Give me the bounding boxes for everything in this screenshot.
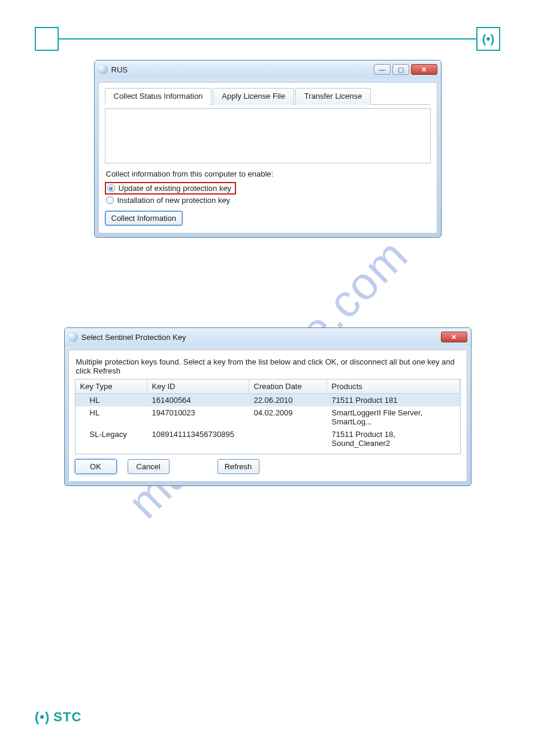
radio-update-existing[interactable]: [107, 184, 115, 192]
select-title: Select Sentinel Protection Key: [81, 333, 439, 342]
select-client-area: Multiple protection keys found. Select a…: [68, 350, 467, 482]
col-creation-date[interactable]: Creation Date: [249, 379, 327, 393]
radio-install-new-label: Installation of new protection key: [117, 196, 231, 205]
table-row[interactable]: HL 161400564 22.06.2010 71511 Product 18…: [75, 394, 460, 406]
cell-products: 71511 Product 18, Sound_Cleaner2: [327, 428, 460, 450]
page-header: (•): [0, 0, 535, 54]
header-logo-icon: (•): [476, 27, 500, 51]
highlighted-option: Update of existing protection key: [105, 182, 237, 195]
close-button[interactable]: ✕: [411, 64, 437, 75]
refresh-button[interactable]: Refresh: [217, 459, 259, 474]
rus-client-area: Collect Status Information Apply License…: [98, 82, 437, 233]
app-icon: [68, 332, 78, 342]
cell-key-id: 161400564: [147, 394, 249, 406]
cancel-button[interactable]: Cancel: [128, 459, 170, 474]
cell-creation-date: 22.06.2010: [249, 394, 327, 406]
cell-key-type: HL: [75, 406, 147, 428]
table-row[interactable]: SL-Legacy 1089141113456730895 71511 Prod…: [75, 428, 460, 450]
cell-products: 71511 Product 181: [327, 394, 460, 406]
cell-creation-date: 04.02.2009: [249, 406, 327, 428]
status-text-area[interactable]: [105, 108, 431, 163]
keys-table: Key Type Key ID Creation Date Products H…: [75, 379, 461, 454]
footer-logo: (•) STC: [35, 709, 81, 725]
cell-key-type: SL-Legacy: [75, 428, 147, 450]
radio-install-new[interactable]: [106, 196, 114, 204]
cell-key-id: 1947010023: [147, 406, 249, 428]
collect-instruction: Collect information from this computer t…: [106, 169, 431, 178]
rus-title: RUS: [111, 65, 372, 74]
rus-window: RUS — ▢ ✕ Collect Status Information App…: [94, 60, 442, 238]
rus-tabs: Collect Status Information Apply License…: [105, 87, 431, 105]
maximize-button[interactable]: ▢: [392, 64, 409, 75]
collect-information-button[interactable]: Collect Information: [105, 211, 183, 226]
tab-apply-license[interactable]: Apply License File: [213, 88, 294, 105]
rus-titlebar: RUS — ▢ ✕: [95, 60, 441, 78]
minimize-button[interactable]: —: [374, 64, 391, 75]
col-products[interactable]: Products: [327, 379, 460, 393]
footer-logo-text: STC: [53, 709, 81, 725]
tab-transfer-license[interactable]: Transfer License: [295, 88, 371, 105]
col-key-id[interactable]: Key ID: [147, 379, 249, 393]
radio-update-existing-label: Update of existing protection key: [119, 184, 232, 193]
close-button[interactable]: ✕: [441, 332, 467, 342]
cell-key-type: HL: [75, 394, 147, 406]
dialog-buttons: OK Cancel Refresh: [75, 459, 461, 474]
select-message: Multiple protection keys found. Select a…: [76, 357, 460, 375]
footer-logo-icon: (•): [35, 709, 50, 725]
header-rule: [36, 38, 499, 40]
tab-collect-status[interactable]: Collect Status Information: [105, 88, 212, 105]
cell-creation-date: [249, 428, 327, 450]
col-key-type[interactable]: Key Type: [75, 379, 147, 393]
header-square: [35, 27, 59, 51]
app-icon: [98, 65, 108, 74]
cell-products: SmartLoggerII File Server, SmartLog...: [327, 406, 460, 428]
header-logo-glyph: (•): [482, 32, 494, 46]
select-key-window: Select Sentinel Protection Key ✕ Multipl…: [64, 327, 471, 486]
table-row[interactable]: HL 1947010023 04.02.2009 SmartLoggerII F…: [75, 406, 460, 428]
table-body: HL 161400564 22.06.2010 71511 Product 18…: [75, 394, 460, 454]
cell-key-id: 1089141113456730895: [147, 428, 249, 450]
ok-button[interactable]: OK: [75, 459, 117, 474]
select-titlebar: Select Sentinel Protection Key ✕: [65, 328, 471, 346]
table-header: Key Type Key ID Creation Date Products: [75, 379, 460, 394]
